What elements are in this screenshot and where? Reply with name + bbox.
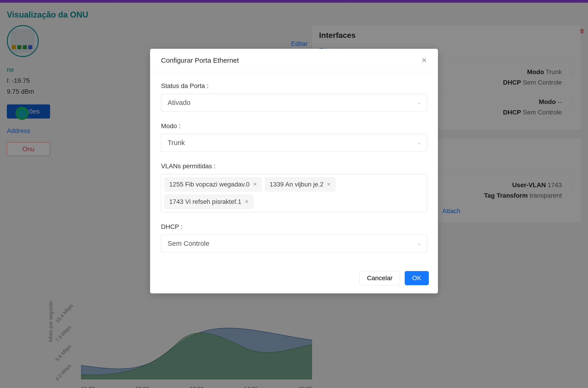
dhcp-select[interactable]: Sem Controle ⌄ (161, 235, 427, 252)
mode-select[interactable]: Trunk ⌄ (161, 134, 427, 152)
vlan-tag: 1743 Vi refseh pisraktef.1 ✕ (164, 195, 253, 209)
vlan-tag-label: 1255 Fib vopcazi wegadav.0 (169, 181, 250, 188)
mode-field-label: Modo : (161, 122, 427, 130)
tag-remove-icon[interactable]: ✕ (245, 199, 249, 205)
tag-remove-icon[interactable]: ✕ (253, 181, 257, 187)
modal-title: Configurar Porta Ethernet (161, 56, 239, 64)
chevron-down-icon: ⌄ (417, 140, 421, 146)
mode-select-value: Trunk (168, 139, 185, 146)
configure-port-modal: Configurar Porta Ethernet ✕ Status da Po… (150, 49, 438, 293)
vlans-multiselect[interactable]: 1255 Fib vopcazi wegadav.0 ✕ 1339 An vij… (161, 174, 427, 212)
vlan-tag: 1339 An vijbun je.2 ✕ (265, 177, 336, 192)
status-select-value: Ativado (168, 99, 190, 106)
ok-button[interactable]: OK (405, 271, 429, 285)
dhcp-field-label: DHCP : (161, 223, 427, 230)
chevron-down-icon: ⌄ (417, 241, 421, 246)
cancel-button[interactable]: Cancelar (359, 271, 400, 285)
close-icon[interactable]: ✕ (421, 57, 427, 64)
status-select[interactable]: Ativado ⌄ (161, 94, 427, 112)
vlans-field-label: VLANs permitidas : (161, 163, 427, 170)
dhcp-select-value: Sem Controle (168, 240, 209, 247)
tag-remove-icon[interactable]: ✕ (327, 181, 331, 187)
modal-mask: Configurar Porta Ethernet ✕ Status da Po… (0, 0, 588, 388)
vlan-tag-label: 1743 Vi refseh pisraktef.1 (169, 198, 241, 205)
vlan-tag-label: 1339 An vijbun je.2 (270, 181, 324, 188)
vlan-tag: 1255 Fib vopcazi wegadav.0 ✕ (164, 177, 262, 192)
status-field-label: Status da Porta : (161, 82, 427, 90)
chevron-down-icon: ⌄ (417, 100, 421, 106)
